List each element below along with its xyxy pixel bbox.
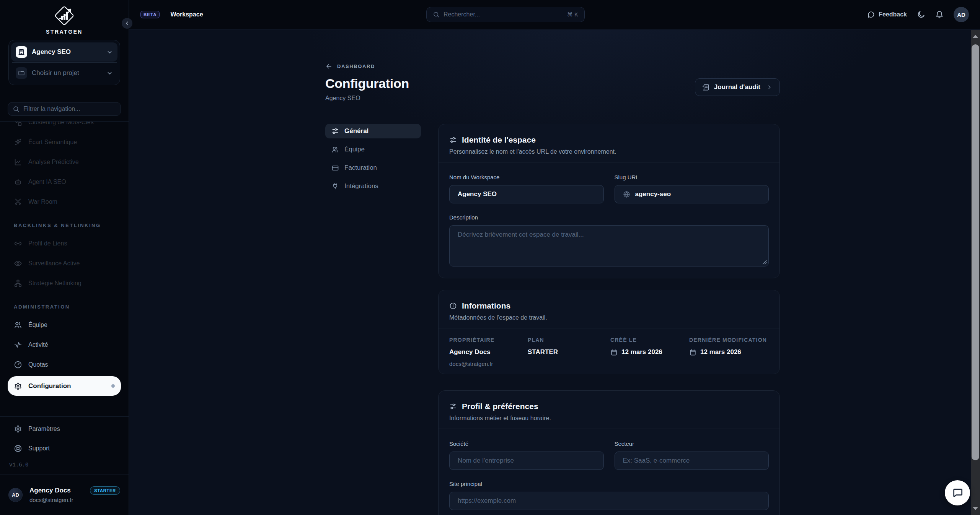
- users-icon: [14, 321, 22, 329]
- chat-bubble-icon: [952, 487, 963, 499]
- sparkles-icon: [14, 138, 22, 146]
- project-selector[interactable]: Choisir un projet: [11, 63, 117, 83]
- topbar: BETA Workspace ⌘ K Feedback AD: [129, 0, 980, 29]
- sidebar-item-clustering[interactable]: Clustering de Mots-Clés: [8, 121, 121, 131]
- activity-icon: [14, 341, 22, 349]
- scrollbar-thumb[interactable]: [972, 44, 979, 460]
- active-dot: [111, 384, 115, 388]
- topbar-title: Workspace: [170, 11, 203, 18]
- gear-icon: [14, 425, 22, 433]
- filter-input[interactable]: [23, 106, 116, 112]
- card-title: Identité de l'espace: [462, 135, 536, 145]
- field-label: Nom du Workspace: [449, 174, 604, 180]
- scroll-up-arrow[interactable]: [971, 31, 980, 42]
- sidebar-item-analyse-predictive[interactable]: Analyse Prédictive: [8, 154, 121, 171]
- company-input[interactable]: [458, 457, 595, 465]
- sidebar-item-ecart-semantique[interactable]: Écart Sémantique: [8, 134, 121, 151]
- chat-bubble-icon: [867, 11, 875, 18]
- resize-handle[interactable]: [762, 260, 767, 265]
- user-card[interactable]: AD Agency Docs STARTER docs@stratgen.fr: [0, 474, 129, 515]
- project-placeholder: Choisir un projet: [32, 69, 106, 77]
- settings-subnav: Général Équipe Facturation Intégrations: [325, 124, 421, 515]
- credit-card-icon: [331, 164, 339, 172]
- calendar-icon: [610, 349, 618, 356]
- card-subtitle: Métadonnées de l'espace de travail.: [449, 314, 769, 321]
- site-field: [449, 492, 769, 510]
- sidebar-item-configuration[interactable]: Configuration: [8, 376, 121, 396]
- field-label: Société: [449, 440, 604, 447]
- chat-fab-button[interactable]: [945, 480, 970, 505]
- sidebar-item-activite[interactable]: Activité: [8, 336, 121, 353]
- scroll-down-arrow[interactable]: [971, 503, 980, 514]
- back-link[interactable]: DASHBOARD: [325, 63, 780, 70]
- tab-general[interactable]: Général: [325, 124, 421, 138]
- site-input[interactable]: [458, 497, 760, 505]
- audit-log-button[interactable]: Journal d'audit: [695, 78, 780, 96]
- chart-line-icon: [14, 158, 22, 166]
- global-search[interactable]: ⌘ K: [426, 7, 585, 22]
- search-icon: [13, 106, 20, 112]
- sidebar-filter[interactable]: [8, 102, 121, 116]
- app-version: v1.6.0: [8, 460, 121, 472]
- search-icon: [433, 11, 440, 18]
- sidebar-item-surveillance[interactable]: Surveillance Active: [8, 255, 121, 272]
- user-avatar-button[interactable]: AD: [954, 7, 969, 22]
- brand-name: STRATGEN: [46, 29, 83, 35]
- folder-icon: [16, 67, 27, 79]
- sidebar-item-parametres[interactable]: Paramètres: [8, 421, 121, 437]
- section-administration: ADMINISTRATION: [8, 304, 121, 310]
- workspace-name: Agency SEO: [32, 48, 106, 56]
- field-label: Description: [449, 214, 769, 221]
- sidebar-collapse-button[interactable]: [122, 18, 132, 29]
- tab-facturation[interactable]: Facturation: [325, 161, 421, 175]
- lifebuoy-icon: [14, 444, 22, 453]
- workspace-selector: Agency SEO Choisir un projet: [8, 40, 120, 85]
- info-created: CRÉÉ LE 12 mars 2026: [610, 337, 689, 367]
- keyboard-shortcut: ⌘ K: [567, 11, 578, 18]
- swords-icon: [14, 198, 22, 206]
- slug-input[interactable]: [635, 190, 761, 198]
- notifications-button[interactable]: [935, 10, 944, 19]
- plan-badge: STARTER: [90, 486, 120, 495]
- sidebar-nav: Clustering de Mots-Clés Écart Sémantique…: [0, 121, 129, 416]
- description-input[interactable]: [458, 231, 760, 261]
- main-content: DASHBOARD Configuration Agency SEO Journ…: [129, 30, 971, 515]
- sidebar-item-strategie-netlinking[interactable]: Stratégie Netlinking: [8, 275, 121, 292]
- field-label: Slug URL: [615, 174, 769, 180]
- profile-card: Profil & préférences Informations métier…: [438, 390, 780, 515]
- eye-icon: [14, 259, 22, 268]
- brand-logo: STRATGEN: [0, 0, 129, 35]
- card-subtitle: Personnalisez le nom et l'accès URL de v…: [449, 148, 769, 155]
- tab-integrations[interactable]: Intégrations: [325, 179, 421, 193]
- scrollbar[interactable]: [971, 30, 980, 515]
- info-card: Informations Métadonnées de l'espace de …: [438, 290, 780, 374]
- info-icon: [449, 302, 457, 310]
- sector-input[interactable]: [623, 457, 761, 465]
- workspace-name-input[interactable]: [458, 190, 595, 198]
- robot-icon: [14, 178, 22, 186]
- sidebar-item-agent-ia[interactable]: Agent IA SEO: [8, 174, 121, 190]
- tab-equipe[interactable]: Équipe: [325, 142, 421, 157]
- workspace-name-field: [449, 185, 604, 203]
- sidebar-item-war-room[interactable]: War Room: [8, 193, 121, 210]
- global-search-input[interactable]: [444, 11, 563, 18]
- feedback-button[interactable]: Feedback: [867, 11, 907, 18]
- sidebar: STRATGEN Agency SEO Choisir un projet: [0, 0, 129, 515]
- info-plan: PLAN STARTER: [528, 337, 610, 367]
- sidebar-item-profil-liens[interactable]: Profil de Liens: [8, 235, 121, 252]
- card-title: Profil & préférences: [462, 402, 538, 411]
- scroll-icon: [702, 84, 709, 91]
- building-icon: [16, 46, 27, 58]
- sidebar-item-quotas[interactable]: Quotas: [8, 356, 121, 373]
- theme-toggle-button[interactable]: [917, 10, 925, 19]
- chevron-down-icon: [106, 49, 113, 55]
- sidebar-item-equipe[interactable]: Équipe: [8, 317, 121, 333]
- sidebar-item-support[interactable]: Support: [8, 440, 121, 457]
- card-subtitle: Informations métier et fuseau horaire.: [449, 415, 769, 422]
- globe-icon: [623, 191, 630, 198]
- beta-badge: BETA: [140, 11, 160, 18]
- plug-icon: [331, 182, 339, 190]
- workspace-current[interactable]: Agency SEO: [11, 42, 117, 62]
- chevron-down-icon: [106, 70, 113, 76]
- calendar-icon: [689, 349, 696, 356]
